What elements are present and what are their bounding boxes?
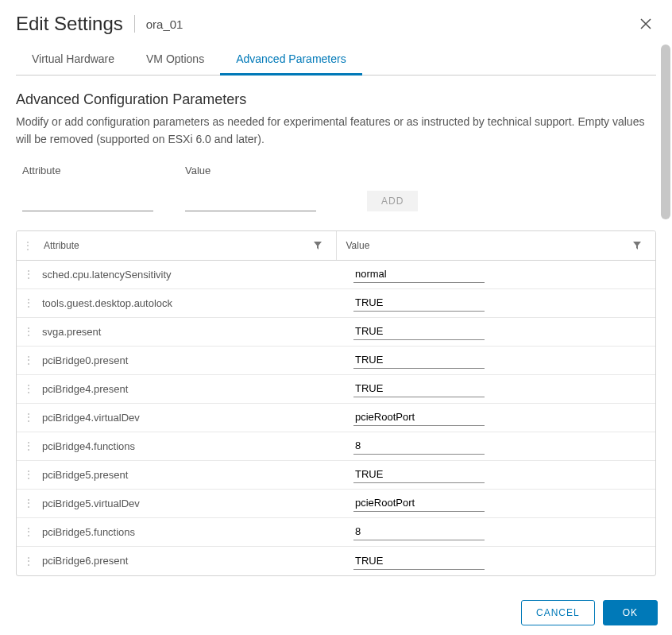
drag-handle-icon[interactable]: ⋮ (17, 354, 33, 366)
table-row: ⋮sched.cpu.latencySensitivity (17, 261, 655, 289)
vm-name: ora_01 (146, 17, 183, 31)
param-attribute: pciBridge5.present (33, 463, 344, 487)
param-attribute: tools.guest.desktop.autolock (33, 291, 344, 316)
tab-vm-options[interactable]: VM Options (130, 45, 220, 76)
param-value-input[interactable] (353, 265, 485, 283)
param-value-cell (344, 377, 655, 401)
page-title: Edit Settings (16, 13, 123, 35)
value-input[interactable] (185, 194, 316, 211)
drag-handle-icon[interactable]: ⋮ (17, 440, 33, 451)
section-description: Modify or add configuration parameters a… (16, 113, 656, 149)
scrollbar[interactable] (661, 45, 670, 219)
drag-handle-icon[interactable]: ⋮ (17, 383, 33, 394)
param-value-cell (344, 491, 655, 515)
drag-handle-icon[interactable]: ⋮ (17, 297, 33, 308)
column-header-value[interactable]: Value (346, 240, 634, 251)
drag-handle-icon[interactable]: ⋮ (17, 469, 33, 480)
param-value-cell (344, 549, 655, 573)
param-attribute: sched.cpu.latencySensitivity (33, 262, 344, 287)
param-value-input[interactable] (353, 466, 485, 483)
table-row: ⋮pciBridge6.present (17, 547, 655, 575)
drag-handle-header: ⋮ (23, 240, 33, 251)
param-value-input[interactable] (353, 552, 485, 570)
drag-handle-icon[interactable]: ⋮ (17, 412, 33, 423)
param-value-input[interactable] (353, 323, 485, 340)
close-icon (639, 17, 653, 31)
param-attribute: pciBridge4.present (33, 377, 344, 401)
table-row: ⋮tools.guest.desktop.autolock (17, 289, 655, 318)
drag-handle-icon[interactable]: ⋮ (17, 326, 33, 337)
param-attribute: pciBridge5.virtualDev (33, 491, 344, 516)
drag-handle-icon[interactable]: ⋮ (17, 498, 33, 509)
table-row: ⋮pciBridge4.present (17, 375, 655, 404)
drag-handle-icon[interactable]: ⋮ (17, 556, 33, 567)
table-row: ⋮pciBridge5.present (17, 461, 655, 490)
tab-virtual-hardware[interactable]: Virtual Hardware (16, 45, 130, 76)
title-divider (134, 15, 135, 33)
add-button[interactable]: ADD (367, 191, 418, 211)
cancel-button[interactable]: CANCEL (521, 600, 595, 625)
param-value-cell (344, 463, 655, 486)
param-value-input[interactable] (353, 523, 485, 540)
drag-handle-icon[interactable]: ⋮ (17, 269, 33, 280)
table-row: ⋮pciBridge5.virtualDev (17, 490, 655, 518)
param-attribute: svga.present (33, 319, 344, 344)
param-value-cell (344, 434, 655, 458)
filter-icon[interactable] (633, 242, 647, 250)
column-header-attribute[interactable]: Attribute (44, 240, 314, 251)
param-value-input[interactable] (353, 408, 485, 426)
tab-advanced-parameters[interactable]: Advanced Parameters (220, 45, 362, 76)
param-value-input[interactable] (353, 380, 485, 397)
table-row: ⋮pciBridge5.functions (17, 518, 655, 547)
table-row: ⋮pciBridge4.virtualDev (17, 404, 655, 432)
value-field-label: Value (185, 165, 316, 176)
attribute-field-label: Attribute (22, 165, 153, 176)
param-attribute: pciBridge0.present (33, 348, 344, 373)
ok-button[interactable]: OK (603, 600, 658, 625)
table-row: ⋮pciBridge4.functions (17, 432, 655, 461)
table-row: ⋮svga.present (17, 318, 655, 347)
param-value-input[interactable] (353, 437, 485, 455)
param-value-cell (344, 348, 655, 372)
param-attribute: pciBridge5.functions (33, 520, 344, 544)
params-table: ⋮ Attribute Value ⋮sched.cpu.latencySens… (16, 230, 656, 576)
param-attribute: pciBridge6.present (33, 548, 344, 573)
param-value-cell (344, 262, 655, 286)
param-attribute: pciBridge4.functions (33, 434, 344, 459)
param-value-input[interactable] (353, 351, 485, 369)
section-title: Advanced Configuration Parameters (16, 91, 656, 108)
close-button[interactable] (635, 14, 656, 34)
param-value-input[interactable] (353, 294, 485, 312)
table-row: ⋮pciBridge0.present (17, 347, 655, 375)
tabs: Virtual Hardware VM Options Advanced Par… (16, 45, 656, 76)
param-attribute: pciBridge4.virtualDev (33, 405, 344, 430)
drag-handle-icon[interactable]: ⋮ (17, 526, 33, 537)
param-value-cell (344, 405, 655, 429)
param-value-input[interactable] (353, 494, 485, 512)
param-value-cell (344, 291, 655, 315)
filter-icon[interactable] (314, 242, 328, 250)
param-value-cell (344, 520, 655, 544)
attribute-input[interactable] (22, 194, 153, 211)
param-value-cell (344, 319, 655, 343)
